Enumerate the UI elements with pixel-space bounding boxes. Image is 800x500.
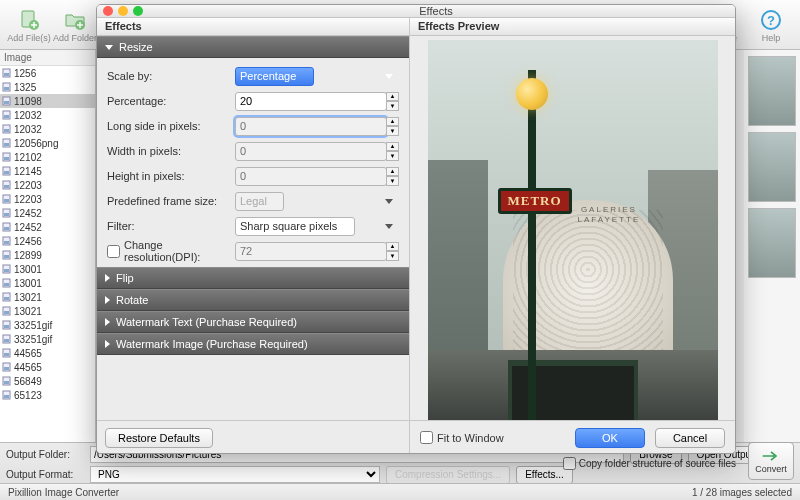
preview-header: Effects Preview — [410, 18, 735, 36]
help-icon: ? — [758, 7, 784, 33]
spin-down-button[interactable]: ▼ — [386, 176, 399, 186]
height-label: Height in pixels: — [107, 170, 235, 182]
file-row[interactable]: 12056png — [0, 136, 95, 150]
section-rotate[interactable]: Rotate — [97, 289, 409, 311]
svg-rect-56 — [4, 395, 9, 398]
spin-down-button[interactable]: ▼ — [386, 101, 399, 111]
file-row[interactable]: 13001 — [0, 262, 95, 276]
file-row[interactable]: 56849 — [0, 374, 95, 388]
help-button[interactable]: ?Help — [748, 3, 794, 47]
section-resize[interactable]: Resize — [97, 36, 409, 58]
predefined-size-select[interactable]: Legal — [235, 192, 284, 211]
file-icon — [2, 208, 12, 218]
thumbnail[interactable] — [748, 132, 796, 202]
file-row[interactable]: 12899 — [0, 248, 95, 262]
section-flip[interactable]: Flip — [97, 267, 409, 289]
file-row[interactable]: 13021 — [0, 304, 95, 318]
file-name: 12032 — [14, 124, 42, 135]
restore-defaults-button[interactable]: Restore Defaults — [105, 428, 213, 448]
spin-up-button[interactable]: ▲ — [386, 242, 399, 252]
file-row[interactable]: 33251gif — [0, 332, 95, 346]
file-name: 44565 — [14, 362, 42, 373]
file-icon — [2, 278, 12, 288]
file-icon — [2, 236, 12, 246]
file-row[interactable]: 33251gif — [0, 318, 95, 332]
file-row[interactable]: 12452 — [0, 206, 95, 220]
width-input[interactable] — [235, 142, 387, 161]
spin-up-button[interactable]: ▲ — [386, 142, 399, 152]
dpi-input[interactable] — [235, 242, 387, 261]
file-row[interactable]: 12145 — [0, 164, 95, 178]
window-minimize-button[interactable] — [118, 6, 128, 16]
add-folder-icon — [62, 7, 88, 33]
thumbnail-strip — [744, 50, 800, 442]
copy-folder-structure-checkbox[interactable] — [563, 457, 576, 470]
status-app-name: Pixillion Image Converter — [8, 487, 119, 498]
file-row[interactable]: 12203 — [0, 178, 95, 192]
spin-down-button[interactable]: ▼ — [386, 251, 399, 261]
file-row[interactable]: 12452 — [0, 220, 95, 234]
file-name: 11098 — [14, 96, 42, 107]
file-icon — [2, 320, 12, 330]
svg-rect-48 — [4, 339, 9, 342]
spin-down-button[interactable]: ▼ — [386, 126, 399, 136]
add-file-label: Add File(s) — [7, 33, 51, 43]
long-side-input[interactable] — [235, 117, 387, 136]
fit-to-window-check[interactable]: Fit to Window — [420, 431, 504, 444]
file-row[interactable]: 44565 — [0, 360, 95, 374]
thumbnail[interactable] — [748, 56, 796, 126]
file-row[interactable]: 12032 — [0, 108, 95, 122]
predefined-label: Predefined frame size: — [107, 195, 235, 207]
spin-up-button[interactable]: ▲ — [386, 167, 399, 177]
percentage-input[interactable] — [235, 92, 387, 111]
file-name: 56849 — [14, 376, 42, 387]
add-folder-button[interactable]: Add Folder — [52, 3, 98, 47]
file-row[interactable]: 12102 — [0, 150, 95, 164]
file-icon — [2, 110, 12, 120]
svg-text:?: ? — [767, 13, 775, 28]
thumbnail[interactable] — [748, 208, 796, 278]
file-row[interactable]: 11098 — [0, 94, 95, 108]
file-name: 65123 — [14, 390, 42, 401]
dpi-label: Change resolution(DPI): — [124, 239, 235, 263]
file-icon — [2, 152, 12, 162]
file-icon — [2, 138, 12, 148]
spin-down-button[interactable]: ▼ — [386, 151, 399, 161]
file-row[interactable]: 12456 — [0, 234, 95, 248]
dpi-checkbox[interactable] — [107, 245, 120, 258]
spin-up-button[interactable]: ▲ — [386, 117, 399, 127]
file-row[interactable]: 13001 — [0, 276, 95, 290]
convert-button[interactable]: Convert — [748, 442, 794, 480]
copy-folder-structure-check[interactable]: Copy folder structure of source files — [563, 457, 736, 470]
file-row[interactable]: 12203 — [0, 192, 95, 206]
file-row[interactable]: 44565 — [0, 346, 95, 360]
scale-by-select[interactable]: Percentage — [235, 67, 314, 86]
cancel-button[interactable]: Cancel — [655, 428, 725, 448]
add-file-icon — [16, 7, 42, 33]
scale-by-label: Scale by: — [107, 70, 235, 82]
filter-select[interactable]: Sharp square pixels — [235, 217, 355, 236]
ok-button[interactable]: OK — [575, 428, 645, 448]
section-watermark-image[interactable]: Watermark Image (Purchase Required) — [97, 333, 409, 355]
file-row[interactable]: 65123 — [0, 388, 95, 402]
file-row[interactable]: 1325 — [0, 80, 95, 94]
file-icon — [2, 166, 12, 176]
section-watermark-text[interactable]: Watermark Text (Purchase Required) — [97, 311, 409, 333]
height-input[interactable] — [235, 167, 387, 186]
svg-rect-38 — [4, 269, 9, 272]
file-row[interactable]: 13021 — [0, 290, 95, 304]
file-icon — [2, 222, 12, 232]
output-format-select[interactable]: PNG — [90, 466, 380, 483]
svg-rect-20 — [4, 143, 9, 146]
add-file-button[interactable]: Add File(s) — [6, 3, 52, 47]
status-selection: 1 / 28 images selected — [692, 487, 792, 498]
sidebar-header: Image — [0, 50, 95, 66]
spin-up-button[interactable]: ▲ — [386, 92, 399, 102]
fit-to-window-checkbox[interactable] — [420, 431, 433, 444]
window-close-button[interactable] — [103, 6, 113, 16]
svg-rect-28 — [4, 199, 9, 202]
file-row[interactable]: 1256 — [0, 66, 95, 80]
file-row[interactable]: 12032 — [0, 122, 95, 136]
svg-rect-36 — [4, 255, 9, 258]
window-zoom-button[interactable] — [133, 6, 143, 16]
